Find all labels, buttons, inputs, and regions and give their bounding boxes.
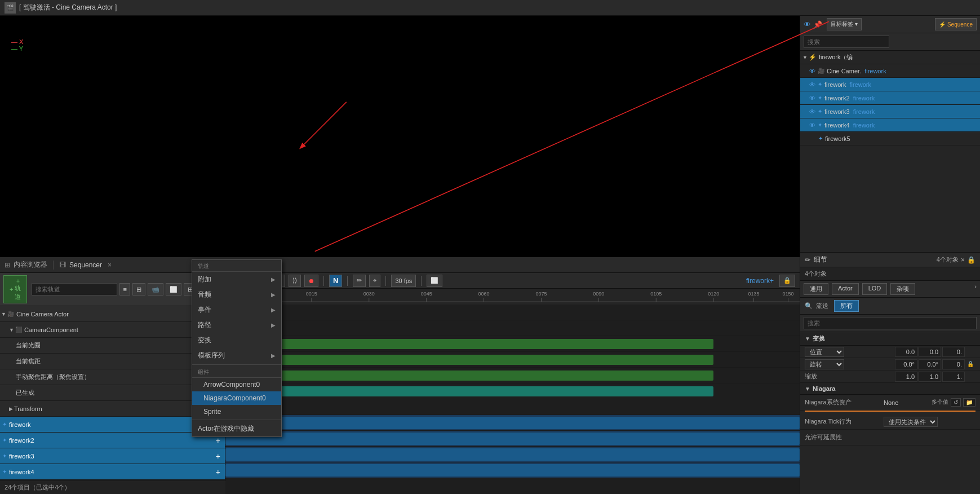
firework4-add-btn[interactable]: + [214,466,223,478]
property-rotation: 旋转 🔒 [800,358,980,370]
scale-y[interactable] [919,372,941,382]
outline-item-firework[interactable]: 👁 ✦ firework firework [800,78,980,91]
outline-item-firework3[interactable]: 👁 ✦ firework3 firework [800,105,980,118]
details-more-tabs[interactable]: › [974,283,977,295]
ctx-arrow-attach: ▶ [271,276,276,283]
tick-behavior-select[interactable]: 使用先决条件 [884,417,938,427]
pos-y[interactable] [919,347,941,357]
section-transform[interactable]: ▼ 变换 [800,332,980,346]
all-button[interactable]: 所有 [834,300,859,312]
outliner-pin-icon[interactable]: 📌 [813,20,822,29]
pos-z[interactable] [942,347,965,357]
add-track-button[interactable]: + + 轨道 [3,275,27,303]
actor-count-badge: 4个对象 [937,255,959,264]
close-details-icon[interactable]: × [961,256,965,264]
eye-icon-fw: 👁 [809,81,815,88]
ctx-components-label: 组件 [192,366,281,378]
timeline-panel: ⟨⟨ ⟨ ▶ ⟩ ⟩⟩ ⏺ N ✏ ⌖ 30 fps ⬜ firework+ [225,273,800,494]
viewport-toggle-btn[interactable]: ⬜ [427,275,442,287]
svg-text:0105: 0105 [650,291,662,297]
object-count: 4个对象 [800,267,980,281]
ctx-transform[interactable]: 变换 [192,333,281,348]
ctx-sprite[interactable]: Sprite [192,405,281,418]
pos-x[interactable] [895,347,917,357]
titlebar: 🎬 [ 驾驶激活 - Cine Camera Actor ] [0,0,980,16]
tab-general[interactable]: 通用 [804,283,828,295]
ctx-divider2 [192,420,281,420]
outline-item-firework2[interactable]: 👁 ✦ firework2 firework [800,91,980,105]
timeline-header-bar: ⟨⟨ ⟨ ▶ ⟩ ⟩⟩ ⏺ N ✏ ⌖ 30 fps ⬜ firework+ [225,273,800,289]
rot-y[interactable] [919,359,941,369]
ctx-event[interactable]: 事件 ▶ [192,302,281,317]
track-search-input[interactable] [32,283,117,295]
eye-icon-cine: 👁 [809,68,815,74]
outline-item-firework5[interactable]: ✦ firework5 [800,132,980,145]
track-firework3[interactable]: ✦ firework3 + [0,448,225,464]
section-niagara[interactable]: ▼ Niagara [800,383,980,395]
tb-icon3[interactable]: ⬜ [166,283,181,295]
niagara-icon-fw2: ✦ [818,95,822,101]
niagara-orange-bar [805,411,975,412]
ctx-audio[interactable]: 音频 ▶ [192,287,281,302]
rotation-dropdown[interactable]: 旋转 [805,359,844,369]
ctx-template-seq[interactable]: 模板序列 ▶ [192,348,281,363]
outline-item-firework4[interactable]: 👁 ✦ firework4 firework [800,118,980,132]
position-dropdown[interactable]: 位置 [805,347,844,357]
app-icon: 🎬 [5,2,16,14]
rot-x[interactable] [895,359,917,369]
tb-icon2[interactable]: 📹 [148,283,163,295]
tab-misc[interactable]: 杂项 [890,283,915,295]
rot-z[interactable] [942,359,965,369]
niagara-browse-btn[interactable]: 📁 [963,398,975,407]
niagara-icon-track3: ✦ [2,453,7,459]
outline-item-cine-camera[interactable]: 👁 🎥 Cine Camer. firework [800,64,980,78]
lock-icon[interactable]: 🔒 [967,256,975,264]
target-tags-tab[interactable]: 目标标签 ▾ [827,18,862,30]
ctx-actor-hidden[interactable]: Actor在游戏中隐藏 [192,421,281,436]
details-search-input[interactable] [804,317,977,329]
ctx-arrow-component[interactable]: ArrowComponent0 [192,378,281,391]
scale-z[interactable] [942,372,965,382]
tl-row-firework4 [225,462,800,478]
outliner-search[interactable] [804,36,889,48]
track-filter-button[interactable]: ≡ [119,283,130,295]
ctx-niagara-component[interactable]: NiagaraComponent0 [192,391,281,405]
tb-icon1[interactable]: ⊞ [132,283,145,295]
nav-btn[interactable]: N [329,275,342,287]
svg-text:0060: 0060 [478,291,490,297]
ctx-path[interactable]: 路径 ▶ [192,317,281,333]
pencil-tool-btn[interactable]: ✏ [353,275,366,287]
tab-lod[interactable]: LOD [862,283,888,295]
niagara-icon-fw4: ✦ [818,122,822,128]
sequence-tab[interactable]: ⚡ Sequence [935,18,977,30]
scale-x[interactable] [895,372,917,382]
track-firework4[interactable]: ✦ firework4 + [0,464,225,480]
edit-icon: ✏ [805,256,810,264]
svg-text:0090: 0090 [593,291,604,297]
niagara-allow-scalability: 允许可延展性 [800,430,980,446]
niagara-icon-track4: ✦ [2,469,7,475]
svg-text:0150: 0150 [783,291,794,297]
folder-icon: ⚡ [809,54,817,61]
eye-icon[interactable]: 👁 [804,20,811,29]
ctx-attach[interactable]: 附加 ▶ [192,272,281,287]
component-icon: ⬛ [15,327,22,333]
svg-text:0075: 0075 [535,291,547,297]
niagara-clear-btn[interactable]: ↺ [951,398,961,407]
sequencer-close[interactable]: × [108,261,112,269]
firework3-add-btn[interactable]: + [214,451,223,462]
sequencer-tab-label[interactable]: Sequencer [69,261,102,269]
tab-actor[interactable]: Actor [832,283,859,295]
lasso-tool-btn[interactable]: ⌖ [369,275,380,287]
lock-timeline-btn[interactable]: 🔒 [779,275,795,287]
fps-dropdown[interactable]: 30 fps [391,275,416,287]
tl-row-focus [225,368,800,383]
timeline-tracks-area [225,305,800,494]
goto-end-btn[interactable]: ⟩⟩ [289,275,301,287]
rotation-lock-icon[interactable]: 🔒 [967,361,974,367]
eye-icon-fw3: 👁 [809,108,815,115]
eye-icon-fw2: 👁 [809,95,815,102]
niagara-icon-fw3: ✦ [818,108,822,114]
record-btn[interactable]: ⏺ [304,275,318,287]
outline-item-firework-folder[interactable]: ▼ ⚡ firework（编 [800,51,980,64]
